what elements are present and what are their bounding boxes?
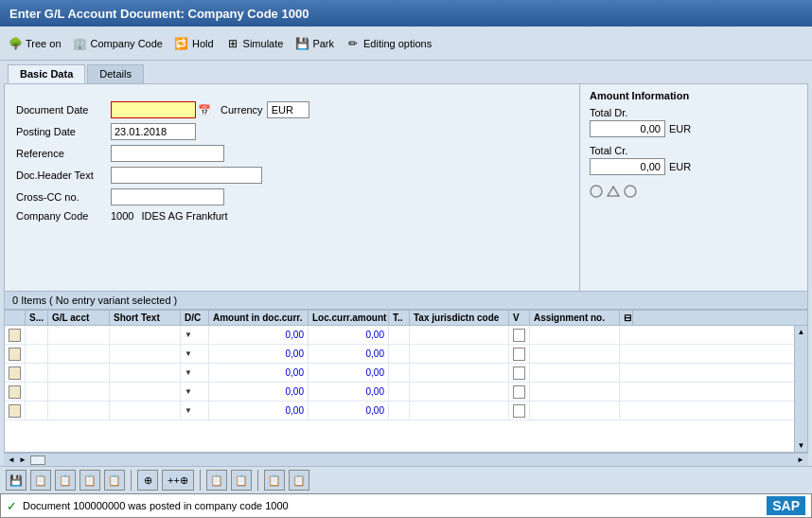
scroll-right-end-btn[interactable]: ► [795, 455, 806, 464]
table-body-wrapper: ▼ 0,00 0,00 ▼ 0,00 0,00 [5, 326, 807, 452]
circle-icon [590, 185, 603, 198]
toolbar-simulate[interactable]: ⊞ Simulate [225, 36, 284, 51]
separator-1 [131, 470, 132, 491]
toolbar-hold[interactable]: 🔁 Hold [174, 36, 214, 51]
total-cr-label: Total Cr. [590, 145, 798, 156]
tab-details[interactable]: Details [87, 64, 144, 83]
company-code-label: Company Code [91, 38, 163, 49]
company-name: IDES AG Frankfurt [141, 210, 227, 222]
btn-10[interactable]: 📋 [289, 470, 309, 491]
th-dc: D/C [181, 311, 209, 325]
th-short-text: Short Text [110, 311, 181, 325]
v-checkbox[interactable] [513, 329, 525, 342]
th-tax-jurisdictn: Tax jurisdictn code [410, 311, 509, 325]
scroll-right-btn[interactable]: ► [17, 455, 28, 464]
reference-label: Reference [16, 148, 111, 159]
total-dr-currency: EUR [669, 123, 691, 134]
btn-save[interactable]: 💾 [6, 470, 26, 491]
bottom-toolbar: 💾 📋 📋 📋 📋 ⊕ ++⊕ 📋 📋 📋 📋 [0, 466, 812, 493]
dc-dropdown[interactable]: ▼ [185, 349, 192, 358]
vertical-scrollbar[interactable]: ▲ ▼ [794, 326, 807, 452]
toolbar-tree-on[interactable]: 🌳 Tree on [8, 36, 62, 51]
btn-6[interactable]: ++⊕ [162, 470, 194, 491]
btn-1[interactable]: 📋 [30, 470, 51, 491]
scroll-down-btn[interactable]: ▼ [795, 441, 807, 450]
status-check-icon: ✓ [7, 499, 17, 513]
v-checkbox[interactable] [513, 385, 525, 399]
table-header: S... G/L acct Short Text D/C Amount in d… [5, 311, 807, 326]
btn-8[interactable]: 📋 [231, 470, 252, 491]
toolbar-park[interactable]: 💾 Park [294, 36, 334, 51]
btn-9[interactable]: 📋 [264, 470, 285, 491]
park-label: Park [312, 38, 334, 49]
cross-cc-input[interactable] [111, 188, 224, 205]
th-v: V [509, 311, 530, 325]
v-checkbox[interactable] [513, 404, 525, 418]
th-s: S... [26, 311, 48, 325]
triangle-icon [607, 185, 620, 198]
currency-input[interactable] [267, 101, 309, 118]
calendar-icon[interactable]: 📅 [198, 104, 211, 116]
company-code-field-label: Company Code [16, 210, 111, 222]
btn-2[interactable]: 📋 [55, 470, 76, 491]
decorative-icons-row [590, 185, 798, 198]
separator-2 [200, 470, 201, 491]
th-t: T.. [389, 311, 410, 325]
editing-icon: ✏ [345, 36, 361, 51]
row-checkbox[interactable] [9, 329, 21, 342]
reference-input[interactable] [111, 145, 224, 162]
editing-options-label: Editing options [363, 38, 432, 49]
park-icon: 💾 [294, 36, 309, 51]
dc-dropdown[interactable]: ▼ [185, 368, 192, 377]
status-message: Document 100000000 was posted in company… [23, 500, 289, 511]
th-gl-acct: G/L acct [48, 311, 110, 325]
svg-marker-1 [608, 187, 619, 196]
tab-details-label: Details [99, 68, 132, 80]
cross-cc-label: Cross-CC no. [16, 191, 111, 203]
btn-3[interactable]: 📋 [79, 470, 100, 491]
doc-header-text-label: Doc.Header Text [16, 170, 111, 181]
toolbar-company-code[interactable]: 🏢 Company Code [73, 36, 163, 51]
th-row-icon [5, 311, 26, 325]
table-row: ▼ 0,00 0,00 [5, 345, 794, 364]
th-assignment: Assignment no. [530, 311, 620, 325]
page-title: Enter G/L Account Document: Company Code… [9, 7, 309, 21]
dc-dropdown[interactable]: ▼ [185, 387, 192, 396]
total-cr-input [590, 158, 665, 175]
simulate-label: Simulate [243, 38, 284, 49]
horizontal-scrollbar[interactable]: ◄ ► ► [4, 453, 808, 466]
doc-header-text-input[interactable] [111, 167, 262, 184]
sap-logo: SAP [767, 496, 805, 515]
btn-5[interactable]: ⊕ [137, 470, 158, 491]
v-checkbox[interactable] [513, 348, 525, 361]
dc-dropdown[interactable]: ▼ [185, 330, 192, 339]
items-count-text: 0 Items ( No entry variant selected ) [12, 295, 177, 306]
company-code-icon: 🏢 [73, 36, 88, 51]
row-checkbox[interactable] [9, 385, 21, 399]
scroll-up-btn[interactable]: ▲ [795, 328, 807, 336]
status-bar: ✓ Document 100000000 was posted in compa… [0, 493, 812, 518]
svg-point-0 [591, 186, 602, 197]
btn-7[interactable]: 📋 [206, 470, 227, 491]
document-date-input[interactable] [111, 101, 196, 118]
table-row: ▼ 0,00 0,00 [5, 326, 794, 345]
hold-label: Hold [192, 38, 214, 49]
btn-4[interactable]: 📋 [104, 470, 125, 491]
row-checkbox[interactable] [9, 348, 21, 361]
row-checkbox[interactable] [9, 404, 21, 418]
separator-3 [257, 470, 258, 491]
table-row: ▼ 0,00 0,00 [5, 402, 794, 420]
th-settings-icon[interactable]: ⊟ [620, 311, 633, 325]
tabs-bar: Basic Data Details [0, 61, 812, 83]
company-code-value: 1000 [111, 210, 133, 222]
title-bar: Enter G/L Account Document: Company Code… [0, 0, 812, 27]
dc-dropdown[interactable]: ▼ [185, 406, 192, 415]
posting-date-input[interactable] [111, 123, 196, 140]
row-checkbox[interactable] [9, 366, 21, 380]
toolbar-editing-options[interactable]: ✏ Editing options [345, 36, 432, 51]
scroll-thumb[interactable] [30, 455, 45, 465]
currency-label: Currency [221, 104, 263, 116]
v-checkbox[interactable] [513, 366, 525, 380]
tab-basic-data[interactable]: Basic Data [8, 64, 85, 83]
scroll-left-btn[interactable]: ◄ [6, 455, 17, 464]
